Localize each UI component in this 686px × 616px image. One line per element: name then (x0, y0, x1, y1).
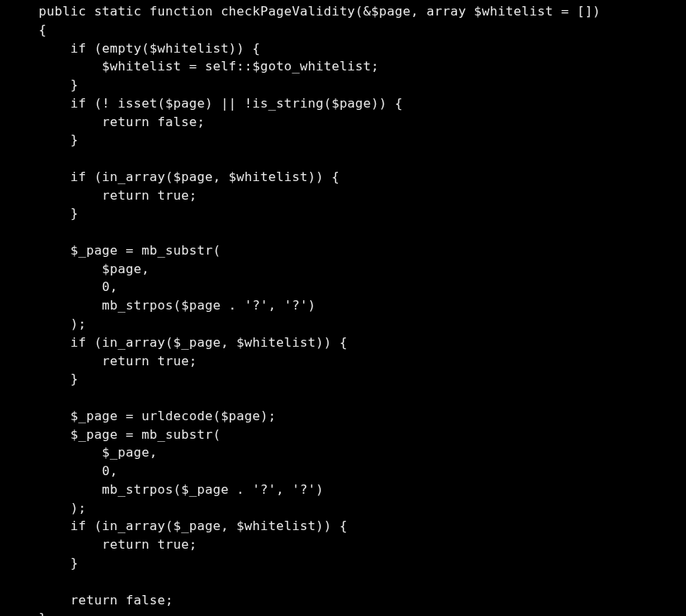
php-code: public static function checkPageValidity… (39, 4, 601, 616)
code-block: public static function checkPageValidity… (0, 0, 686, 616)
